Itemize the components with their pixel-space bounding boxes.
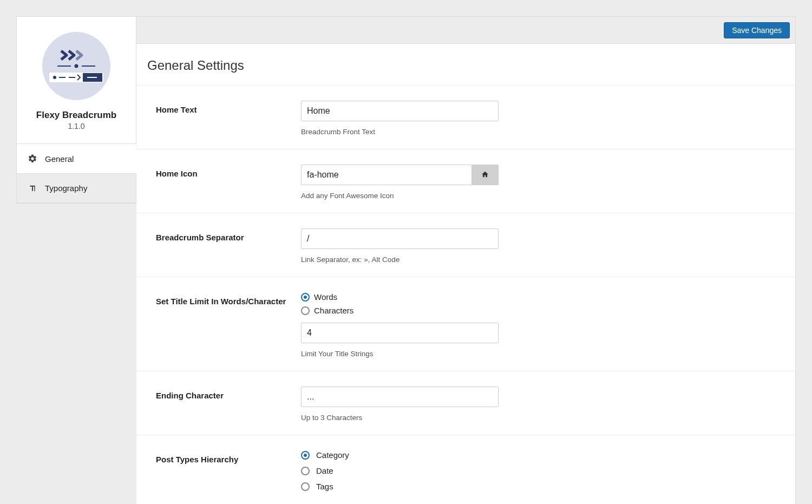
icon-input-group xyxy=(301,165,499,185)
home-icon-input[interactable] xyxy=(301,165,472,185)
radio-indicator xyxy=(301,293,310,302)
field-home-icon: Home Icon Add any Font Awesome Icon xyxy=(136,149,795,213)
home-icon xyxy=(481,171,489,180)
field-label: Home Icon xyxy=(136,165,301,178)
help-text: Up to 3 Characters xyxy=(301,414,774,422)
cogs-icon xyxy=(28,154,37,163)
page-heading: General Settings xyxy=(136,44,795,86)
svg-point-1 xyxy=(75,64,78,68)
radio-option-tags[interactable]: Tags xyxy=(301,482,774,491)
logo-divider-icon xyxy=(57,63,95,69)
radio-option-date[interactable]: Date xyxy=(301,466,774,475)
sidebar-nav: General Typography xyxy=(16,143,136,204)
plugin-logo xyxy=(22,32,130,100)
radio-label: Characters xyxy=(314,306,353,315)
font-icon xyxy=(28,184,37,193)
plugin-logo-circle xyxy=(42,32,110,100)
main-panel: Save Changes General Settings Home Text … xyxy=(136,16,796,504)
sidebar: Flexy Breadcrumb 1.1.0 General Typograph… xyxy=(16,16,136,204)
logo-arrows-icon xyxy=(60,50,93,61)
plugin-version: 1.1.0 xyxy=(22,122,130,130)
radio-label: Words xyxy=(314,292,337,302)
home-text-input[interactable] xyxy=(301,101,499,121)
field-label: Home Text xyxy=(136,101,301,114)
radio-option-category[interactable]: Category xyxy=(301,450,774,460)
separator-input[interactable] xyxy=(301,228,499,249)
radio-option-words[interactable]: Words xyxy=(301,292,774,302)
radio-indicator xyxy=(301,467,310,475)
title-limit-radio-group: Words Characters xyxy=(301,292,774,315)
field-label: Set Title Limit In Words/Character xyxy=(136,292,301,306)
radio-indicator xyxy=(301,482,310,491)
field-ending-char: Ending Character Up to 3 Characters xyxy=(136,371,795,435)
field-label: Breadcrumb Separator xyxy=(136,228,301,242)
svg-rect-9 xyxy=(34,186,35,191)
field-control: Up to 3 Characters xyxy=(301,387,795,422)
ending-char-input[interactable] xyxy=(301,387,499,407)
field-label: Ending Character xyxy=(136,387,301,400)
field-control: Add any Font Awesome Icon xyxy=(301,165,795,200)
sidebar-item-label: General xyxy=(45,154,74,163)
field-post-hierarchy: Post Types Hierarchy Category Date Tags xyxy=(136,435,795,504)
field-control: Link Separator, ex: », Alt Code xyxy=(301,228,795,264)
sidebar-item-typography[interactable]: Typography xyxy=(17,174,136,203)
field-separator: Breadcrumb Separator Link Separator, ex:… xyxy=(136,213,795,277)
radio-label: Date xyxy=(316,466,333,475)
help-text: Limit Your Title Strings xyxy=(301,350,774,358)
svg-point-4 xyxy=(53,76,56,79)
field-home-text: Home Text Breadcrumb Front Text xyxy=(136,86,795,149)
toolbar: Save Changes xyxy=(136,17,795,44)
radio-indicator xyxy=(301,306,310,315)
field-label: Post Types Hierarchy xyxy=(136,450,301,464)
field-control: Words Characters Limit Your Title String… xyxy=(301,292,795,358)
field-title-limit: Set Title Limit In Words/Character Words… xyxy=(136,277,795,371)
title-limit-input[interactable] xyxy=(301,323,499,343)
help-text: Link Separator, ex: », Alt Code xyxy=(301,256,774,264)
field-control: Breadcrumb Front Text xyxy=(301,101,795,136)
post-hierarchy-radio-group: Category Date Tags xyxy=(301,450,774,491)
icon-picker-button[interactable] xyxy=(472,165,499,185)
help-text: Add any Font Awesome Icon xyxy=(301,192,774,200)
radio-option-characters[interactable]: Characters xyxy=(301,306,774,315)
logo-bar-icon xyxy=(49,73,103,82)
help-text: Breadcrumb Front Text xyxy=(301,128,774,136)
radio-indicator xyxy=(301,451,310,460)
app-container: Flexy Breadcrumb 1.1.0 General Typograph… xyxy=(0,0,812,504)
plugin-title: Flexy Breadcrumb xyxy=(22,110,130,121)
sidebar-header: Flexy Breadcrumb 1.1.0 xyxy=(16,16,136,143)
sidebar-item-general[interactable]: General xyxy=(17,144,136,174)
radio-label: Category xyxy=(316,450,349,460)
save-changes-button[interactable]: Save Changes xyxy=(724,22,790,38)
sidebar-item-label: Typography xyxy=(45,184,87,193)
radio-label: Tags xyxy=(316,482,333,491)
field-control: Category Date Tags xyxy=(301,450,795,491)
